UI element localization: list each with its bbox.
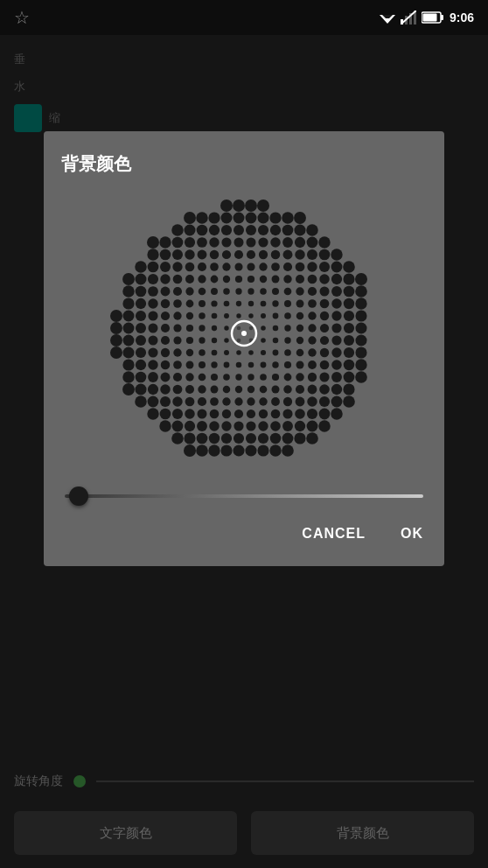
ok-button[interactable]: OK bbox=[397, 519, 427, 549]
signal-icon bbox=[401, 10, 416, 24]
color-wheel-container bbox=[61, 193, 427, 473]
wifi-icon bbox=[380, 11, 395, 24]
color-wheel-canvas[interactable] bbox=[104, 193, 384, 473]
status-bar: ☆ 9:06 bbox=[0, 0, 488, 35]
dialog-title: 背景颜色 bbox=[61, 152, 427, 176]
color-picker-dialog: 背景颜色 CANCEL OK bbox=[44, 131, 444, 566]
time-display: 9:06 bbox=[450, 10, 474, 24]
star-icon: ☆ bbox=[14, 7, 30, 28]
battery-icon bbox=[422, 11, 444, 24]
dialog-buttons: CANCEL OK bbox=[61, 519, 427, 549]
cancel-button[interactable]: CANCEL bbox=[298, 519, 369, 549]
brightness-slider-track[interactable] bbox=[65, 494, 423, 498]
svg-rect-9 bbox=[441, 15, 443, 20]
brightness-slider-thumb[interactable] bbox=[69, 486, 88, 506]
status-bar-left: ☆ bbox=[14, 7, 30, 28]
brightness-slider-container bbox=[61, 494, 427, 498]
svg-rect-10 bbox=[422, 14, 436, 22]
status-bar-right: 9:06 bbox=[380, 10, 474, 24]
color-wheel[interactable] bbox=[104, 193, 384, 473]
